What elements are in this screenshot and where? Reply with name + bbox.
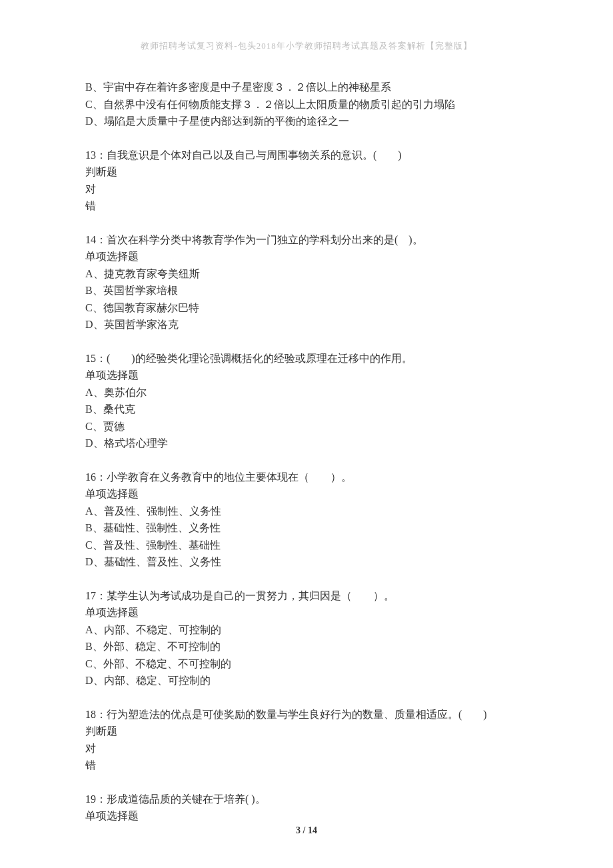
q17-option-d: D、内部、稳定、可控制的 — [85, 672, 528, 689]
question-17: 17：某学生认为考试成功是自己的一贯努力，其归因是（ ）。 单项选择题 A、内部… — [85, 587, 528, 689]
q15-option-d: D、格式塔心理学 — [85, 435, 528, 452]
q16-option-a: A、普及性、强制性、义务性 — [85, 503, 528, 520]
q12-option-d: D、塌陷是大质量中子星使内部达到新的平衡的途径之一 — [85, 113, 528, 130]
q17-stem: 17：某学生认为考试成功是自己的一贯努力，其归因是（ ）。 — [85, 587, 528, 605]
q16-stem: 16：小学教育在义务教育中的地位主要体现在（ ）。 — [85, 469, 528, 486]
question-13: 13：自我意识是个体对自己以及自己与周围事物关系的意识。( ) 判断题 对 错 — [85, 147, 528, 215]
q18-option-false: 错 — [85, 757, 528, 774]
q14-option-b: B、英国哲学家培根 — [85, 282, 528, 299]
q15-option-c: C、贾德 — [85, 418, 528, 435]
q16-option-b: B、基础性、强制性、义务性 — [85, 519, 528, 537]
question-15: 15：( )的经验类化理论强调概括化的经验或原理在迁移中的作用。 单项选择题 A… — [85, 350, 528, 452]
page-content: B、宇宙中存在着许多密度是中子星密度３．２倍以上的神秘星系 C、自然界中没有任何… — [85, 79, 528, 825]
q18-type: 判断题 — [85, 723, 528, 740]
q19-type: 单项选择题 — [85, 807, 528, 825]
q18-stem: 18：行为塑造法的优点是可使奖励的数量与学生良好行为的数量、质量相适应。( ) — [85, 706, 528, 723]
question-12-remainder: B、宇宙中存在着许多密度是中子星密度３．２倍以上的神秘星系 C、自然界中没有任何… — [85, 79, 528, 130]
question-19: 19：形成道德品质的关键在于培养( )。 单项选择题 — [85, 791, 528, 825]
q14-stem: 14：首次在科学分类中将教育学作为一门独立的学科划分出来的是( )。 — [85, 231, 528, 249]
q13-option-true: 对 — [85, 181, 528, 198]
question-14: 14：首次在科学分类中将教育学作为一门独立的学科划分出来的是( )。 单项选择题… — [85, 231, 528, 333]
question-16: 16：小学教育在义务教育中的地位主要体现在（ ）。 单项选择题 A、普及性、强制… — [85, 469, 528, 571]
q17-option-a: A、内部、不稳定、可控制的 — [85, 621, 528, 639]
q13-stem: 13：自我意识是个体对自己以及自己与周围事物关系的意识。( ) — [85, 147, 528, 164]
question-18: 18：行为塑造法的优点是可使奖励的数量与学生良好行为的数量、质量相适应。( ) … — [85, 706, 528, 774]
q15-type: 单项选择题 — [85, 367, 528, 384]
q15-option-a: A、奥苏伯尔 — [85, 384, 528, 401]
q13-type: 判断题 — [85, 163, 528, 181]
q16-option-c: C、普及性、强制性、基础性 — [85, 537, 528, 554]
q14-option-d: D、英国哲学家洛克 — [85, 316, 528, 333]
q14-option-c: C、德国教育家赫尔巴特 — [85, 299, 528, 317]
page-footer: 3 / 14 — [0, 825, 613, 836]
q12-option-b: B、宇宙中存在着许多密度是中子星密度３．２倍以上的神秘星系 — [85, 79, 528, 96]
q15-option-b: B、桑代克 — [85, 401, 528, 418]
q18-option-true: 对 — [85, 740, 528, 757]
q17-option-b: B、外部、稳定、不可控制的 — [85, 638, 528, 655]
q12-option-c: C、自然界中没有任何物质能支撑３．２倍以上太阳质量的物质引起的引力塌陷 — [85, 96, 528, 113]
q15-stem: 15：( )的经验类化理论强调概括化的经验或原理在迁移中的作用。 — [85, 350, 528, 367]
q17-option-c: C、外部、不稳定、不可控制的 — [85, 655, 528, 673]
q16-type: 单项选择题 — [85, 485, 528, 503]
q13-option-false: 错 — [85, 197, 528, 215]
q14-type: 单项选择题 — [85, 248, 528, 265]
q17-type: 单项选择题 — [85, 604, 528, 621]
page-header: 教师招聘考试复习资料-包头2018年小学教师招聘考试真题及答案解析【完整版】 — [85, 40, 528, 52]
q19-stem: 19：形成道德品质的关键在于培养( )。 — [85, 791, 528, 808]
q16-option-d: D、基础性、普及性、义务性 — [85, 553, 528, 571]
q14-option-a: A、捷克教育家夸美纽斯 — [85, 265, 528, 283]
